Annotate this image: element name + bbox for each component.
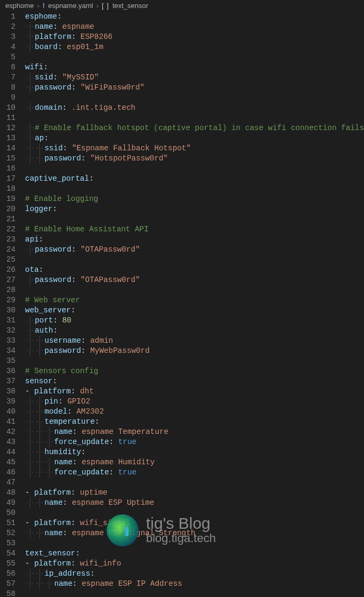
code-line[interactable]: ····temperature:: [25, 417, 364, 427]
line-number: 44: [0, 447, 15, 457]
code-line[interactable]: [25, 93, 364, 103]
line-number: 1: [0, 12, 15, 22]
code-line[interactable]: ····username: admin: [25, 336, 364, 346]
line-number: 8: [0, 83, 15, 93]
code-line[interactable]: - platform: wifi_signal: [25, 518, 364, 528]
line-number: 17: [0, 174, 15, 184]
code-line[interactable]: sensor:: [25, 376, 364, 386]
code-line[interactable]: ····humidity:: [25, 447, 364, 457]
code-line[interactable]: ··password: "OTAPassw0rd": [25, 245, 364, 255]
line-number: 13: [0, 133, 15, 143]
code-line[interactable]: ··domain: .int.tiga.tech: [25, 103, 364, 113]
code-line[interactable]: ····ip_address:: [25, 569, 364, 579]
code-line[interactable]: ······name: espname ESP IP Address: [25, 579, 364, 589]
code-line[interactable]: ··ssid: "MySSID": [25, 72, 364, 83]
code-line[interactable]: ····pin: GPIO2: [25, 397, 364, 407]
code-line[interactable]: ··# Enable fallback hotspot (captive por…: [25, 123, 364, 133]
code-line[interactable]: ····model: AM2302: [25, 407, 364, 417]
line-number: 45: [0, 457, 15, 467]
code-line[interactable]: # Sensors config: [25, 366, 364, 376]
code-line[interactable]: # Enable Home Assistant API: [25, 224, 364, 235]
line-number-gutter: 1234567891011121314151617181920212223242…: [0, 12, 25, 597]
code-line[interactable]: ······force_update: true: [25, 437, 364, 447]
code-line[interactable]: - platform: dht: [25, 386, 364, 397]
code-line[interactable]: [25, 285, 364, 295]
line-number: 58: [0, 589, 15, 597]
code-line[interactable]: ··ap:: [25, 133, 364, 143]
line-number: 11: [0, 113, 15, 123]
line-number: 2: [0, 22, 15, 32]
code-line[interactable]: ····ssid: "Espname Fallback Hotspot": [25, 143, 364, 154]
line-number: 47: [0, 478, 15, 488]
code-line[interactable]: web_server:: [25, 305, 364, 316]
array-icon: [ ]: [102, 2, 109, 10]
line-number: 29: [0, 295, 15, 305]
line-number: 10: [0, 103, 15, 113]
breadcrumb-file[interactable]: espname.yaml: [48, 2, 93, 10]
code-line[interactable]: ····name: espname ESP Signal Strength: [25, 528, 364, 538]
code-line[interactable]: ··port: 80: [25, 316, 364, 326]
code-line[interactable]: ······name: espname Humidity: [25, 457, 364, 467]
line-number: 39: [0, 397, 15, 407]
code-line[interactable]: - platform: uptime: [25, 488, 364, 498]
code-line[interactable]: [25, 164, 364, 174]
line-number: 52: [0, 528, 15, 538]
code-line[interactable]: ··auth:: [25, 326, 364, 336]
line-number: 33: [0, 336, 15, 346]
line-number: 36: [0, 366, 15, 376]
code-line[interactable]: [25, 214, 364, 224]
code-line[interactable]: ······name: espname Temperature: [25, 427, 364, 437]
code-line[interactable]: api:: [25, 235, 364, 245]
code-line[interactable]: [25, 52, 364, 62]
line-number: 48: [0, 488, 15, 498]
line-number: 5: [0, 52, 15, 62]
code-line[interactable]: [25, 356, 364, 366]
code-line[interactable]: logger:: [25, 204, 364, 214]
line-number: 53: [0, 538, 15, 548]
code-line[interactable]: text_sensor:: [25, 548, 364, 559]
breadcrumb-root[interactable]: esphome: [5, 2, 34, 10]
code-line[interactable]: [25, 255, 364, 265]
code-line[interactable]: [25, 508, 364, 518]
line-number: 23: [0, 235, 15, 245]
line-number: 35: [0, 356, 15, 366]
code-line[interactable]: ··board: esp01_1m: [25, 42, 364, 52]
code-line[interactable]: ··name: espname: [25, 22, 364, 32]
code-line[interactable]: captive_portal:: [25, 174, 364, 184]
code-line[interactable]: [25, 478, 364, 488]
code-line[interactable]: - platform: wifi_info: [25, 559, 364, 569]
code-line[interactable]: esphome:: [25, 12, 364, 22]
line-number: 18: [0, 184, 15, 194]
line-number: 27: [0, 275, 15, 285]
code-line[interactable]: # Web server: [25, 295, 364, 305]
breadcrumb-symbol[interactable]: text_sensor: [112, 2, 148, 10]
breadcrumb[interactable]: esphome › ! espname.yaml › [ ] text_sens…: [0, 0, 364, 12]
line-number: 20: [0, 204, 15, 214]
line-number: 25: [0, 255, 15, 265]
code-line[interactable]: ··password: "OTAPassw0rd": [25, 275, 364, 285]
code-line[interactable]: ota:: [25, 265, 364, 275]
line-number: 41: [0, 417, 15, 427]
line-number: 32: [0, 326, 15, 336]
line-number: 14: [0, 143, 15, 154]
code-line[interactable]: ··password: "WiFiPassw0rd": [25, 83, 364, 93]
code-line[interactable]: ····password: MyWebPassw0rd: [25, 346, 364, 356]
code-line[interactable]: [25, 538, 364, 548]
line-number: 31: [0, 316, 15, 326]
line-number: 42: [0, 427, 15, 437]
code-line[interactable]: [25, 589, 364, 597]
line-number: 7: [0, 72, 15, 83]
line-number: 22: [0, 224, 15, 235]
code-editor[interactable]: 1234567891011121314151617181920212223242…: [0, 12, 364, 597]
code-line[interactable]: ····name: espname ESP Uptime: [25, 498, 364, 508]
code-line[interactable]: [25, 113, 364, 123]
line-number: 24: [0, 245, 15, 255]
code-line[interactable]: wifi:: [25, 62, 364, 72]
code-content[interactable]: esphome:··name: espname··platform: ESP82…: [25, 12, 364, 597]
code-line[interactable]: # Enable logging: [25, 194, 364, 204]
code-line[interactable]: ····password: "HotspotPassw0rd": [25, 154, 364, 164]
line-number: 16: [0, 164, 15, 174]
code-line[interactable]: ······force_update: true: [25, 467, 364, 478]
code-line[interactable]: ··platform: ESP8266: [25, 32, 364, 42]
code-line[interactable]: [25, 184, 364, 194]
